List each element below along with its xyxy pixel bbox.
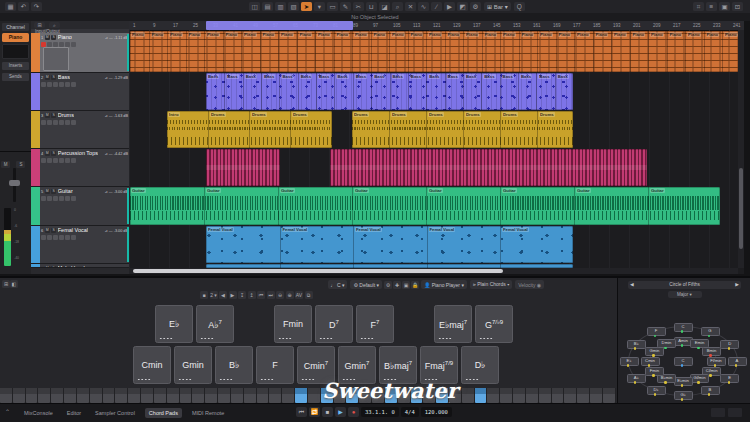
stop-pads-icon[interactable]: ■ bbox=[200, 291, 208, 299]
piano-key[interactable] bbox=[500, 388, 512, 403]
piano-key[interactable] bbox=[564, 388, 576, 403]
track-solo-button[interactable]: S bbox=[51, 189, 56, 194]
piano-key[interactable] bbox=[257, 388, 269, 403]
piano-key[interactable] bbox=[128, 388, 140, 403]
cycle-button[interactable]: 🔁 bbox=[309, 407, 320, 417]
chord-pad-E[interactable]: E♭ bbox=[155, 305, 193, 343]
tab-mixconsole[interactable]: MixConsole bbox=[20, 408, 57, 418]
piano-key[interactable] bbox=[64, 388, 76, 403]
chord-pad-F7[interactable]: F7 bbox=[356, 305, 394, 343]
clip-piano[interactable]: PianoPianoPianoPianoPianoPianoPianoPiano… bbox=[130, 31, 742, 72]
piano-key[interactable] bbox=[475, 388, 487, 403]
record-enable-button[interactable] bbox=[41, 82, 46, 87]
track-control-button[interactable] bbox=[47, 196, 52, 201]
record-button[interactable]: ● bbox=[348, 407, 359, 417]
undo-icon[interactable]: ↶ bbox=[18, 2, 29, 11]
track-solo-button[interactable]: S bbox=[51, 151, 56, 156]
track-control-button[interactable] bbox=[71, 235, 76, 240]
circle-chord-G[interactable]: G bbox=[701, 327, 720, 336]
track-control-button[interactable] bbox=[71, 42, 76, 47]
piano-key[interactable] bbox=[141, 388, 153, 403]
piano-key[interactable] bbox=[154, 388, 166, 403]
channel-solo-button[interactable]: S bbox=[16, 161, 25, 168]
chord-pad-Emaj7[interactable]: E♭maj7 bbox=[434, 305, 472, 343]
piano-key[interactable] bbox=[552, 388, 564, 403]
vertical-scroll-thumb[interactable] bbox=[739, 168, 743, 249]
piano-key[interactable] bbox=[436, 388, 448, 403]
piano-key[interactable] bbox=[359, 388, 371, 403]
track-mute-button[interactable]: M bbox=[45, 266, 50, 269]
track-solo-button[interactable]: S bbox=[51, 228, 56, 233]
expand-lower-zone-icon[interactable]: ⌃ bbox=[5, 408, 10, 415]
track-control-button[interactable] bbox=[59, 158, 64, 163]
record-enable-button[interactable] bbox=[41, 158, 46, 163]
piano-key[interactable] bbox=[590, 388, 602, 403]
clip-bass[interactable]: BassBassBassBassBassBassBassBassBassBass… bbox=[206, 73, 573, 110]
workspace-icon[interactable]: ▧ bbox=[288, 2, 299, 11]
pads-settings-icon[interactable]: ⚙ bbox=[384, 281, 392, 289]
track-control-button[interactable] bbox=[65, 42, 70, 47]
pads-preset-select[interactable]: ⚙ Default ▾ bbox=[350, 280, 382, 289]
goto-start-button[interactable]: ⏮ bbox=[296, 407, 307, 417]
right-zone-icon[interactable]: ▥ bbox=[275, 2, 286, 11]
track-control-button[interactable] bbox=[65, 158, 70, 163]
piano-key[interactable] bbox=[372, 388, 384, 403]
track-control-button[interactable] bbox=[71, 158, 76, 163]
shift-down-icon[interactable]: ↧ bbox=[238, 291, 246, 299]
track-control-button[interactable] bbox=[53, 235, 58, 240]
inspector-section-sends[interactable]: Sends bbox=[2, 73, 29, 81]
piano-key[interactable] bbox=[205, 388, 217, 403]
assistant-next-icon[interactable]: ▶ bbox=[735, 281, 739, 289]
piano-key[interactable] bbox=[269, 388, 281, 403]
clip-drums[interactable]: IntroDrumsDrumsDrums bbox=[167, 111, 332, 148]
track-control-button[interactable] bbox=[47, 42, 52, 47]
record-enable-button[interactable] bbox=[41, 235, 46, 240]
track-row-guitar[interactable]: 5MSGuitar⊿ — -3.00 dB bbox=[31, 187, 129, 226]
chord-pad-F[interactable]: F bbox=[256, 346, 294, 384]
piano-key[interactable] bbox=[603, 388, 615, 403]
channel-eq-thumbnail[interactable] bbox=[2, 44, 29, 59]
line-tool[interactable]: ∕ bbox=[431, 2, 442, 11]
chord-pad-Cmin7[interactable]: Cmin7 bbox=[297, 346, 335, 384]
track-filter-icon[interactable]: ⌕ bbox=[49, 22, 60, 28]
track-mute-button[interactable]: M bbox=[45, 151, 50, 156]
scale-mode-select[interactable]: Major ▾ bbox=[668, 291, 702, 298]
tab-sampler-control[interactable]: Sampler Control bbox=[91, 408, 139, 418]
chord-pad-D7[interactable]: D7 bbox=[315, 305, 353, 343]
overview-icon[interactable]: ⊡ bbox=[732, 2, 743, 11]
vertical-scrollbar[interactable] bbox=[738, 30, 744, 268]
circle-chord-F[interactable]: F bbox=[647, 327, 666, 336]
selected-track-chip[interactable]: Piano bbox=[2, 33, 29, 42]
track-solo-button[interactable]: S bbox=[51, 75, 56, 80]
track-control-button[interactable] bbox=[59, 120, 64, 125]
split-tool[interactable]: ✂ bbox=[353, 2, 364, 11]
circle-chord-A[interactable]: A♭ bbox=[627, 374, 646, 383]
setup-window-icon[interactable]: ◫ bbox=[249, 2, 260, 11]
snap-icon[interactable]: ⌗ bbox=[693, 2, 704, 11]
track-control-button[interactable] bbox=[65, 82, 70, 87]
voicing-select[interactable]: ⫸ Plain Chords ▾ bbox=[470, 280, 512, 289]
piano-key[interactable] bbox=[13, 388, 25, 403]
toolbar-settings-icon[interactable]: ⚙ bbox=[470, 2, 481, 11]
piano-key[interactable] bbox=[308, 388, 320, 403]
chord-pad-Gmin7[interactable]: Gmin7 bbox=[338, 346, 376, 384]
piano-key[interactable] bbox=[103, 388, 115, 403]
piano-key[interactable] bbox=[462, 388, 474, 403]
track-control-button[interactable] bbox=[53, 158, 58, 163]
octave-select[interactable]: 2 ▾ bbox=[210, 291, 218, 299]
piano-key[interactable] bbox=[449, 388, 461, 403]
piano-key[interactable] bbox=[51, 388, 63, 403]
event-grid[interactable]: PianoPianoPianoPianoPianoPianoPianoPiano… bbox=[129, 30, 738, 268]
object-selection-tool[interactable]: ➤ bbox=[301, 2, 312, 11]
pads-setup-icon[interactable]: ⊞ bbox=[2, 280, 10, 288]
inspector-section-inserts[interactable]: Inserts bbox=[2, 62, 29, 70]
track-control-button[interactable] bbox=[47, 235, 52, 240]
track-solo-button[interactable]: S bbox=[51, 35, 56, 40]
lower-zone-icon[interactable]: ▤ bbox=[262, 2, 273, 11]
horizontal-scroll-thumb[interactable] bbox=[133, 269, 503, 273]
piano-key[interactable] bbox=[180, 388, 192, 403]
draw-tool[interactable]: ✎ bbox=[340, 2, 351, 11]
instrument-preview[interactable] bbox=[43, 47, 69, 71]
redo-icon[interactable]: ↷ bbox=[31, 2, 42, 11]
auto-scroll-icon[interactable]: ≡ bbox=[706, 2, 717, 11]
